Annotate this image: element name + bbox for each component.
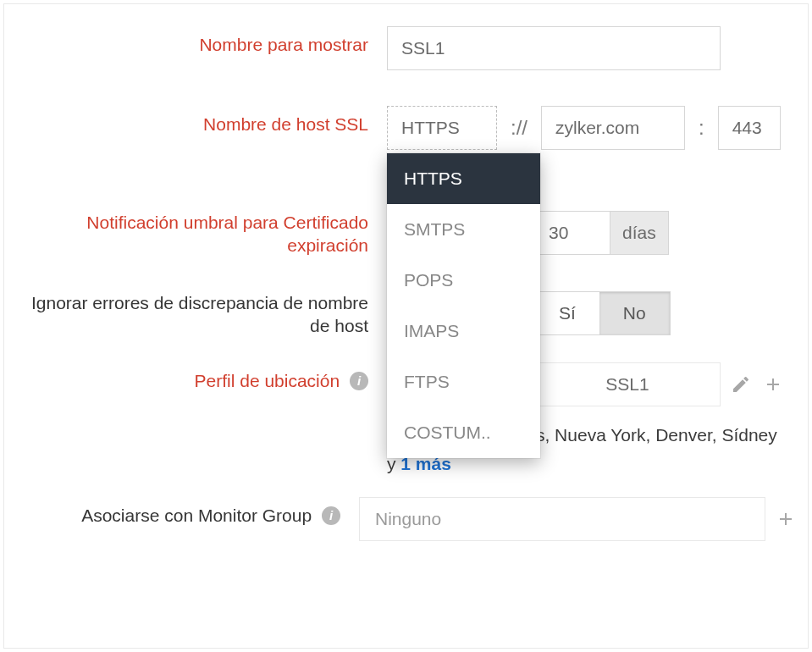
port-separator: : bbox=[699, 116, 704, 140]
location-profile-value: SSL1 bbox=[605, 374, 649, 395]
port-input[interactable] bbox=[718, 106, 781, 150]
display-name-input[interactable] bbox=[387, 26, 721, 70]
label-ignore-mismatch: Ignorar errores de discrepancia de nombr… bbox=[14, 291, 387, 338]
row-monitor-group: Asociarse con Monitor Group i Ninguno bbox=[14, 497, 798, 541]
label-monitor-group: Asociarse con Monitor Group i bbox=[14, 497, 359, 527]
expiration-days-input[interactable] bbox=[534, 211, 610, 255]
monitor-group-value: Ninguno bbox=[375, 509, 441, 529]
expiration-unit: días bbox=[610, 211, 669, 255]
dropdown-item-ftps[interactable]: FTPS bbox=[387, 356, 540, 407]
edit-location-profile-button[interactable] bbox=[729, 373, 753, 396]
toggle-no[interactable]: No bbox=[599, 292, 670, 334]
dropdown-item-https[interactable]: HTTPS bbox=[387, 153, 540, 204]
info-icon[interactable]: i bbox=[350, 372, 368, 390]
info-icon[interactable]: i bbox=[322, 506, 340, 525]
host-input[interactable] bbox=[541, 106, 685, 150]
dropdown-item-smtps[interactable]: SMTPS bbox=[387, 204, 540, 255]
add-monitor-group-button[interactable] bbox=[774, 507, 798, 531]
protocol-select-value: HTTPS bbox=[401, 118, 460, 138]
protocol-dropdown: HTTPS SMTPS POPS IMAPS FTPS COSTUM.. bbox=[387, 153, 540, 458]
row-ssl-host: Nombre de host SSL HTTPS :// : HTTPS SMT… bbox=[14, 106, 798, 150]
location-profile-select[interactable]: SSL1 bbox=[534, 362, 721, 406]
toggle-yes[interactable]: Sí bbox=[535, 292, 599, 334]
plus-icon bbox=[776, 509, 796, 529]
dropdown-item-imaps[interactable]: IMAPS bbox=[387, 306, 540, 356]
plus-icon bbox=[763, 374, 783, 395]
scheme-separator: :// bbox=[511, 116, 528, 140]
ignore-mismatch-toggle: Sí No bbox=[534, 291, 671, 335]
form-container: Nombre para mostrar Nombre de host SSL H… bbox=[3, 3, 809, 649]
label-display-name: Nombre para mostrar bbox=[14, 26, 387, 56]
monitor-group-select[interactable]: Ninguno bbox=[359, 497, 765, 541]
dropdown-item-pops[interactable]: POPS bbox=[387, 255, 540, 306]
dropdown-item-custom[interactable]: COSTUM.. bbox=[387, 407, 540, 458]
protocol-select[interactable]: HTTPS bbox=[387, 106, 497, 150]
label-location-profile: Perfil de ubicación i bbox=[14, 362, 387, 392]
label-expiration-threshold: Notificación umbral para Certificado exp… bbox=[14, 211, 387, 257]
label-ssl-host: Nombre de host SSL bbox=[14, 106, 387, 135]
row-display-name: Nombre para mostrar bbox=[14, 26, 798, 70]
add-location-profile-button[interactable] bbox=[761, 373, 785, 396]
pencil-icon bbox=[731, 374, 751, 395]
